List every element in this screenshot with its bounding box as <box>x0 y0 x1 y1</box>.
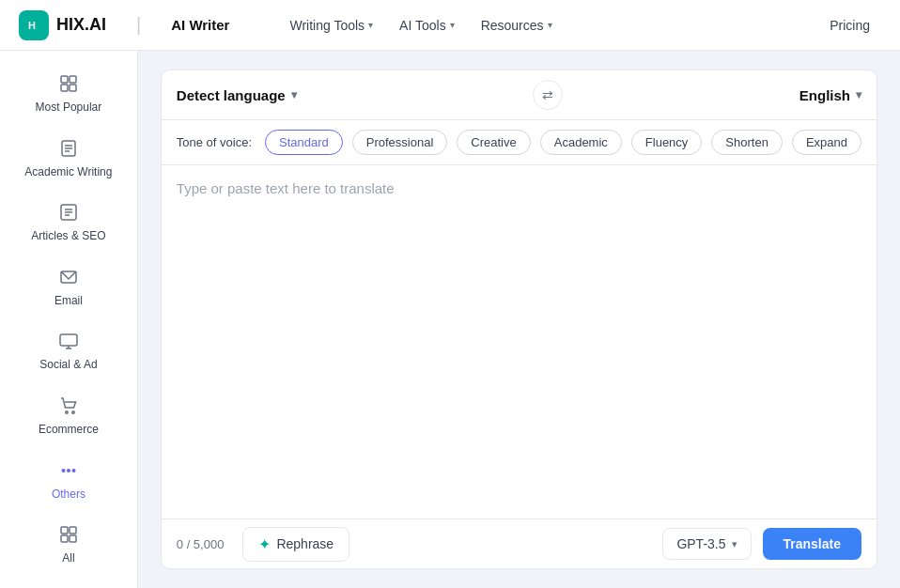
monitor-icon <box>58 331 79 354</box>
email-icon <box>58 267 79 290</box>
nav-resources[interactable]: Resources ▾ <box>470 12 564 39</box>
cart-icon <box>58 395 79 419</box>
app-title: AI Writer <box>171 17 229 33</box>
all-grid-icon <box>58 524 79 548</box>
tone-expand-button[interactable]: Expand <box>792 130 861 155</box>
sidebar-most-popular-label: Most Popular <box>36 101 102 116</box>
tone-label: Tone of voice: <box>177 135 252 149</box>
svg-rect-2 <box>61 76 68 83</box>
swap-language-button[interactable]: ⇄ <box>533 80 563 110</box>
tone-bar: Tone of voice: Standard Professional Cre… <box>161 120 877 165</box>
chevron-down-icon: ▾ <box>450 20 455 30</box>
source-lang-label: Detect language <box>177 87 286 103</box>
bottom-bar: 0 / 5,000 ✦ Rephrase GPT-3.5 ▾ Translate <box>161 518 877 569</box>
tone-creative-button[interactable]: Creative <box>457 130 530 155</box>
target-language-selector[interactable]: English ▾ <box>799 87 861 103</box>
sidebar-email-label: Email <box>54 294 83 309</box>
sidebar: Most Popular Academic Writing <box>0 51 138 588</box>
svg-rect-24 <box>70 527 76 534</box>
tone-professional-button[interactable]: Professional <box>352 130 448 155</box>
sidebar-ecommerce-label: Ecommerce <box>39 423 99 438</box>
rephrase-button[interactable]: ✦ Rephrase <box>242 527 349 562</box>
text-placeholder: Type or paste text here to translate <box>177 180 395 196</box>
svg-rect-5 <box>70 85 76 91</box>
svg-point-22 <box>71 469 75 472</box>
sidebar-others-label: Others <box>52 487 85 503</box>
svg-text:H: H <box>28 20 36 31</box>
source-language-selector[interactable]: Detect language ▾ <box>177 87 297 103</box>
svg-rect-4 <box>61 85 68 91</box>
rephrase-label: Rephrase <box>276 536 334 551</box>
svg-rect-3 <box>70 76 76 83</box>
tone-fluency-button[interactable]: Fluency <box>631 130 703 155</box>
source-lang-chevron-icon: ▾ <box>291 88 297 101</box>
nav-writing-tools[interactable]: Writing Tools ▾ <box>278 12 384 39</box>
sidebar-articles-label: Articles & SEO <box>31 229 105 244</box>
academic-icon <box>58 138 79 162</box>
tone-shorten-button[interactable]: Shorten <box>711 130 783 155</box>
translator-content: Detect language ▾ ⇄ English ▾ Tone of vo… <box>138 51 900 588</box>
gpt-version-selector[interactable]: GPT-3.5 ▾ <box>662 528 751 560</box>
sidebar-item-ecommerce[interactable]: Ecommerce <box>8 386 130 447</box>
sidebar-item-others[interactable]: Others <box>8 451 130 512</box>
target-lang-label: English <box>799 87 850 103</box>
svg-rect-15 <box>60 334 77 346</box>
svg-rect-25 <box>61 535 68 542</box>
translate-button[interactable]: Translate <box>763 528 861 560</box>
tone-standard-button[interactable]: Standard <box>265 130 343 155</box>
sidebar-item-academic-writing[interactable]: Academic Writing <box>8 129 130 190</box>
sidebar-item-articles-seo[interactable]: Articles & SEO <box>8 193 130 254</box>
svg-point-20 <box>61 469 65 472</box>
sidebar-item-social-ad[interactable]: Social & Ad <box>8 321 130 382</box>
sidebar-item-all[interactable]: All <box>8 515 130 576</box>
chevron-down-icon: ▾ <box>368 20 373 30</box>
sidebar-all-label: All <box>62 551 74 566</box>
swap-icon: ⇄ <box>542 87 553 102</box>
language-bar: Detect language ▾ ⇄ English ▾ <box>161 70 877 120</box>
brand-name: HIX.AI <box>56 15 106 35</box>
main-layout: Most Popular Academic Writing <box>0 51 900 588</box>
char-count: 0 / 5,000 <box>177 537 225 551</box>
text-input-area[interactable]: Type or paste text here to translate <box>161 165 877 518</box>
sparkle-icon: ✦ <box>258 535 271 553</box>
tone-academic-button[interactable]: Academic <box>540 130 622 155</box>
hix-logo-icon: H <box>19 10 49 40</box>
chevron-down-icon: ▾ <box>548 20 552 30</box>
nav-ai-tools[interactable]: AI Tools ▾ <box>388 12 466 39</box>
grid-icon <box>58 73 79 97</box>
svg-point-18 <box>66 411 68 413</box>
sidebar-item-most-popular[interactable]: Most Popular <box>8 64 130 125</box>
nav-links: Writing Tools ▾ AI Tools ▾ Resources ▾ <box>278 12 563 39</box>
articles-icon <box>58 202 79 225</box>
sidebar-social-label: Social & Ad <box>39 358 97 373</box>
target-lang-chevron-icon: ▾ <box>856 88 861 101</box>
nav-pricing[interactable]: Pricing <box>818 12 881 39</box>
svg-rect-23 <box>61 527 68 534</box>
svg-point-19 <box>72 411 74 413</box>
navbar: H HIX.AI | AI Writer Writing Tools ▾ AI … <box>0 0 900 51</box>
sidebar-item-email[interactable]: Email <box>8 257 130 318</box>
svg-rect-26 <box>70 535 76 542</box>
svg-point-21 <box>67 469 70 472</box>
gpt-version-label: GPT-3.5 <box>676 536 725 551</box>
brand-divider: | <box>136 14 141 36</box>
sidebar-academic-label: Academic Writing <box>24 165 112 180</box>
brand-logo[interactable]: H HIX.AI <box>19 10 106 40</box>
gpt-chevron-icon: ▾ <box>732 538 737 550</box>
others-icon <box>58 460 79 484</box>
